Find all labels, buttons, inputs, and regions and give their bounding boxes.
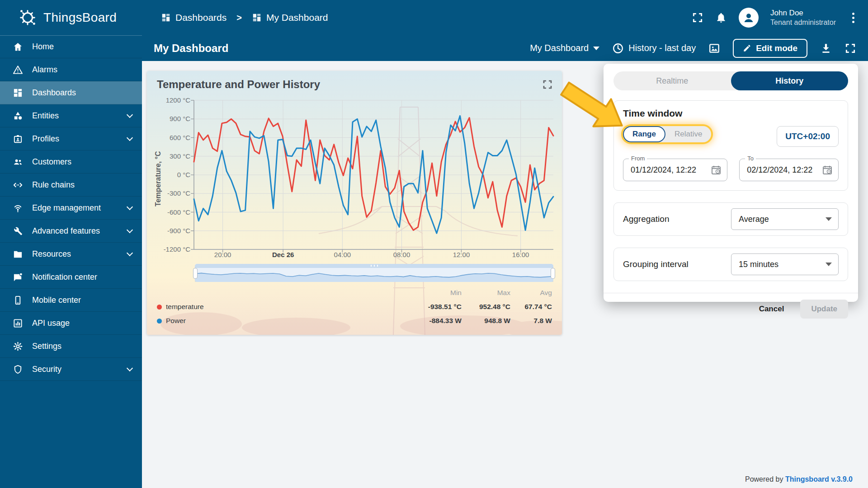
breadcrumb: Dashboards > My Dashboard xyxy=(161,12,328,23)
sidebar-item-label: Resources xyxy=(32,249,71,259)
fullscreen-icon[interactable] xyxy=(692,12,703,23)
to-label: To xyxy=(745,155,756,162)
relative-option[interactable]: Relative xyxy=(665,126,711,142)
edit-mode-button[interactable]: Edit mode xyxy=(733,39,807,58)
grouping-interval-select[interactable]: 15 minutes xyxy=(731,253,839,275)
cancel-button[interactable]: Cancel xyxy=(756,300,787,318)
breadcrumb-dashboards[interactable]: Dashboards xyxy=(161,12,226,23)
y-tick-label: -300 °C xyxy=(147,189,190,197)
grouping-interval-value: 15 minutes xyxy=(739,260,778,269)
user-name: John Doe xyxy=(770,8,836,18)
legend-header-min: Min xyxy=(413,289,462,297)
sidebar-item-entities[interactable]: Entities xyxy=(0,104,142,127)
legend-header-max: Max xyxy=(462,289,510,297)
y-tick-label: 1200 °C xyxy=(147,96,190,104)
legend-header-avg: Avg xyxy=(510,289,552,297)
breadcrumb-my-dashboard[interactable]: My Dashboard xyxy=(252,12,328,23)
range-option[interactable]: Range xyxy=(623,126,665,142)
sidebar-item-mobile-center[interactable]: Mobile center xyxy=(0,289,142,312)
sidebar-item-edge-management[interactable]: Edge management xyxy=(0,197,142,220)
timezone-button[interactable]: UTC+02:00 xyxy=(777,126,839,147)
sidebar-item-label: Security xyxy=(32,365,61,374)
alarm-warning-icon xyxy=(13,65,23,75)
y-tick-label: -900 °C xyxy=(147,227,190,235)
stat-value: -938.51 °C xyxy=(413,303,462,311)
navigator-right-handle[interactable] xyxy=(551,268,555,279)
chevron-down-icon xyxy=(127,365,133,371)
sidebar-item-label: Dashboards xyxy=(32,88,76,98)
y-tick-label: -600 °C xyxy=(147,208,190,216)
from-date-field[interactable]: From 01/12/2024, 12:22 xyxy=(623,159,727,181)
grouping-interval-card: Grouping interval 15 minutes xyxy=(613,248,848,281)
navigator-track[interactable] xyxy=(195,264,553,268)
sidebar-item-label: Mobile center xyxy=(32,296,81,305)
settings-gear-icon xyxy=(13,341,23,352)
sidebar-item-label: Rule chains xyxy=(32,180,75,190)
resources-folder-icon xyxy=(13,249,23,259)
thingsboard-logo[interactable]: ThingsBoard xyxy=(0,7,142,28)
timewindow-button[interactable]: History - last day xyxy=(612,42,696,54)
sidebar-item-label: Customers xyxy=(32,157,71,167)
notifications-bell-icon[interactable] xyxy=(715,12,727,23)
chevron-down-icon xyxy=(826,263,832,266)
widget-fullscreen-icon[interactable] xyxy=(542,79,553,90)
aggregation-card: Aggregation Average xyxy=(613,202,848,236)
chart-widget: Temperature and Power History Temperatur… xyxy=(147,71,562,335)
sidebar-item-label: Edge management xyxy=(32,203,101,213)
user-avatar[interactable] xyxy=(739,8,759,28)
from-value: 01/12/2024, 12:22 xyxy=(631,165,711,175)
pencil-icon xyxy=(743,44,751,52)
sidebar-item-advanced-features[interactable]: Advanced features xyxy=(0,220,142,243)
sidebar-item-label: Settings xyxy=(32,342,61,351)
sidebar-item-rule-chains[interactable]: Rule chains xyxy=(0,174,142,197)
sidebar-item-api-usage[interactable]: API usage xyxy=(0,312,142,335)
timewindow-label: History - last day xyxy=(628,43,696,53)
sidebar-item-alarms[interactable]: Alarms xyxy=(0,58,142,81)
navigator-grip-icon[interactable] xyxy=(371,265,378,267)
sidebar-item-profiles[interactable]: Profiles xyxy=(0,127,142,150)
navigator-left-handle[interactable] xyxy=(193,268,198,279)
sidebar-item-notification-center[interactable]: Notification center xyxy=(0,266,142,289)
page-title: My Dashboard xyxy=(154,42,228,55)
line-chart-svg[interactable] xyxy=(194,100,553,249)
sidebar-item-dashboards[interactable]: Dashboards xyxy=(0,81,142,104)
chevron-down-icon xyxy=(127,249,133,256)
fullscreen-icon[interactable] xyxy=(844,42,856,54)
entities-shapes-icon xyxy=(13,111,23,121)
chart-plot-area[interactable] xyxy=(194,100,553,249)
y-tick-label: 600 °C xyxy=(147,134,190,141)
aggregation-select[interactable]: Average xyxy=(731,208,839,230)
x-axis-tick-labels: 20:00Dec 2604:0008:0012:0016:00 xyxy=(194,251,553,262)
screenshot-image-icon[interactable] xyxy=(708,42,720,54)
customers-people-icon xyxy=(13,157,23,167)
legend-series-label: temperature xyxy=(166,303,204,311)
more-menu-icon[interactable] xyxy=(850,11,856,25)
sidebar-item-label: Home xyxy=(32,42,54,52)
sidebar-item-settings[interactable]: Settings xyxy=(0,335,142,358)
tab-history[interactable]: History xyxy=(731,71,849,90)
chart-navigator-scrollbar[interactable] xyxy=(195,264,553,282)
dashboard-select[interactable]: My Dashboard xyxy=(530,43,599,53)
user-info[interactable]: John Doe Tenant administrator xyxy=(770,8,836,28)
download-icon[interactable] xyxy=(820,42,832,54)
calendar-clock-icon[interactable] xyxy=(711,164,722,175)
calendar-clock-icon[interactable] xyxy=(822,164,833,175)
legend-series-label: Power xyxy=(166,317,186,325)
legend-item-power[interactable]: Power xyxy=(157,317,413,325)
sidebar-item-customers[interactable]: Customers xyxy=(0,150,142,174)
sidebar-item-resources[interactable]: Resources xyxy=(0,243,142,266)
legend-item-temperature[interactable]: temperature xyxy=(157,303,413,311)
to-date-field[interactable]: To 02/12/2024, 12:22 xyxy=(739,159,839,181)
update-button[interactable]: Update xyxy=(800,300,848,319)
api-chart-icon xyxy=(13,318,23,328)
sidebar-item-label: Notification center xyxy=(32,272,97,282)
range-relative-toggle: Range Relative xyxy=(623,126,711,142)
sidebar-item-home[interactable]: Home xyxy=(0,35,142,58)
edit-mode-label: Edit mode xyxy=(756,43,797,53)
version-link[interactable]: Thingsboard v.3.9.0 xyxy=(785,475,853,483)
home-icon xyxy=(13,42,23,52)
top-bar: ThingsBoard Dashboards > My Dashboard Jo… xyxy=(0,0,868,35)
time-window-heading: Time window xyxy=(623,108,839,119)
sidebar-item-security[interactable]: Security xyxy=(0,358,142,381)
tab-realtime[interactable]: Realtime xyxy=(613,71,731,90)
